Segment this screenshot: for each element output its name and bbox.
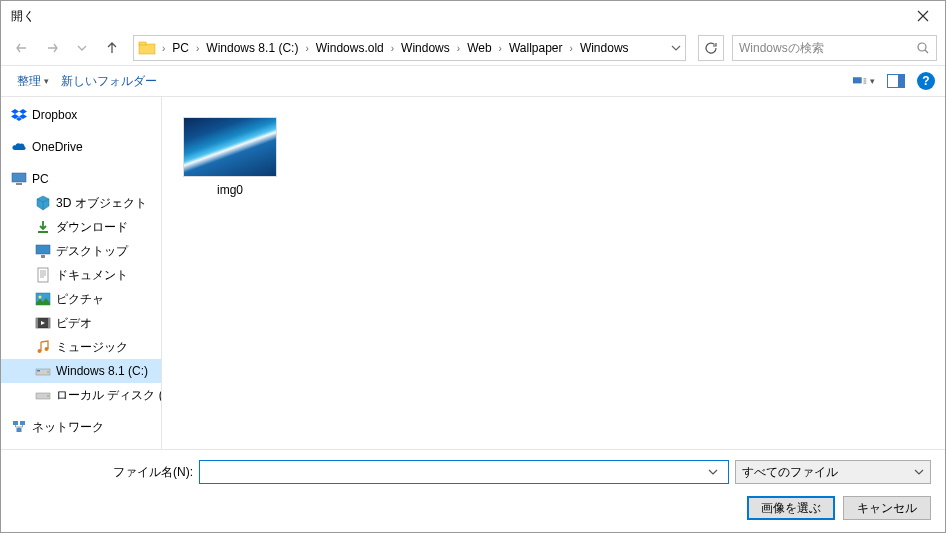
- window-title: 開く: [11, 8, 35, 25]
- sidebar-item-drive-c[interactable]: Windows 8.1 (C:): [1, 359, 161, 383]
- search-placeholder: Windowsの検索: [739, 40, 824, 57]
- sidebar-item-dropbox[interactable]: Dropbox: [1, 103, 161, 127]
- organize-button[interactable]: 整理 ▾: [11, 69, 55, 94]
- svg-rect-7: [16, 183, 22, 185]
- sidebar-item-label: ネットワーク: [32, 419, 104, 436]
- view-button[interactable]: ▾: [853, 70, 875, 92]
- file-item[interactable]: img0: [178, 113, 282, 201]
- help-icon: ?: [922, 74, 929, 88]
- sidebar-item-desktop[interactable]: デスクトップ: [1, 239, 161, 263]
- svg-rect-1: [139, 42, 146, 45]
- file-pane[interactable]: img0: [162, 97, 945, 449]
- svg-point-13: [39, 296, 42, 299]
- refresh-icon: [704, 41, 718, 55]
- filter-label: すべてのファイル: [742, 464, 838, 481]
- svg-rect-26: [17, 428, 22, 432]
- svg-rect-9: [36, 245, 50, 254]
- sidebar-item-network[interactable]: ネットワーク: [1, 415, 161, 439]
- sidebar[interactable]: Dropbox OneDrive PC 3D オブジェクト ダウンロード: [1, 97, 162, 449]
- breadcrumb-item[interactable]: Web: [462, 39, 496, 57]
- svg-point-2: [918, 43, 926, 51]
- sidebar-item-downloads[interactable]: ダウンロード: [1, 215, 161, 239]
- sidebar-item-label: OneDrive: [32, 140, 83, 154]
- breadcrumb[interactable]: › PC › Windows 8.1 (C:) › Windows.old › …: [133, 35, 686, 61]
- music-icon: [35, 339, 51, 355]
- svg-rect-15: [36, 318, 38, 328]
- open-file-dialog: 開く › PC › Windows 8.1 (C:) › Windows.old…: [0, 0, 946, 533]
- desktop-icon: [35, 243, 51, 259]
- breadcrumb-item[interactable]: PC: [167, 39, 194, 57]
- svg-rect-10: [41, 255, 45, 258]
- breadcrumb-sep[interactable]: ›: [194, 43, 201, 54]
- picture-icon: [35, 291, 51, 307]
- filter-dropdown[interactable]: すべてのファイル: [735, 460, 931, 484]
- search-input[interactable]: Windowsの検索: [732, 35, 937, 61]
- sidebar-item-label: PC: [32, 172, 49, 186]
- sidebar-item-3d[interactable]: 3D オブジェクト: [1, 191, 161, 215]
- filename-input[interactable]: [199, 460, 729, 484]
- sidebar-item-label: デスクトップ: [56, 243, 128, 260]
- chevron-down-icon: ▾: [44, 76, 49, 86]
- sidebar-item-label: ドキュメント: [56, 267, 128, 284]
- footer: ファイル名(N): すべてのファイル 画像を選ぶ キャンセル: [1, 449, 945, 532]
- breadcrumb-item[interactable]: Windows.old: [311, 39, 389, 57]
- arrow-up-icon: [104, 40, 120, 56]
- sidebar-item-drive-d[interactable]: ローカル ディスク (D:): [1, 383, 161, 407]
- new-folder-button[interactable]: 新しいフォルダー: [55, 69, 163, 94]
- svg-rect-16: [48, 318, 50, 328]
- breadcrumb-sep[interactable]: ›: [389, 43, 396, 54]
- breadcrumb-sep[interactable]: ›: [497, 43, 504, 54]
- sidebar-item-pc[interactable]: PC: [1, 167, 161, 191]
- forward-button[interactable]: [39, 35, 65, 61]
- preview-pane-button[interactable]: [885, 70, 907, 92]
- sidebar-item-documents[interactable]: ドキュメント: [1, 263, 161, 287]
- cancel-button[interactable]: キャンセル: [843, 496, 931, 520]
- breadcrumb-sep[interactable]: ›: [160, 43, 167, 54]
- svg-rect-0: [139, 44, 155, 54]
- refresh-button[interactable]: [698, 35, 724, 61]
- up-button[interactable]: [99, 35, 125, 61]
- chevron-down-icon: [77, 43, 87, 53]
- view-icon: [853, 74, 867, 88]
- sidebar-item-label: ローカル ディスク (D:): [56, 387, 161, 404]
- breadcrumb-item[interactable]: Windows 8.1 (C:): [201, 39, 303, 57]
- breadcrumb-item[interactable]: Windows: [575, 39, 634, 57]
- svg-rect-5: [898, 75, 904, 87]
- help-button[interactable]: ?: [917, 72, 935, 90]
- arrow-right-icon: [44, 40, 60, 56]
- sidebar-item-onedrive[interactable]: OneDrive: [1, 135, 161, 159]
- 3d-icon: [35, 195, 51, 211]
- drive-icon: [35, 387, 51, 403]
- back-button[interactable]: [9, 35, 35, 61]
- svg-point-21: [47, 371, 49, 373]
- sidebar-item-label: ダウンロード: [56, 219, 128, 236]
- pc-icon: [11, 171, 27, 187]
- sidebar-item-label: ミュージック: [56, 339, 128, 356]
- filename-field[interactable]: [202, 462, 708, 482]
- svg-point-18: [45, 347, 49, 351]
- filename-dropdown[interactable]: [708, 467, 726, 477]
- navigation-row: › PC › Windows 8.1 (C:) › Windows.old › …: [1, 31, 945, 65]
- document-icon: [35, 267, 51, 283]
- sidebar-item-music[interactable]: ミュージック: [1, 335, 161, 359]
- sidebar-item-label: ピクチャ: [56, 291, 104, 308]
- breadcrumb-item[interactable]: Windows: [396, 39, 455, 57]
- sidebar-item-pictures[interactable]: ピクチャ: [1, 287, 161, 311]
- svg-point-17: [38, 349, 42, 353]
- arrow-left-icon: [14, 40, 30, 56]
- filename-label: ファイル名(N):: [15, 464, 193, 481]
- network-icon: [11, 419, 27, 435]
- breadcrumb-sep[interactable]: ›: [455, 43, 462, 54]
- drive-icon: [35, 363, 51, 379]
- download-icon: [35, 219, 51, 235]
- breadcrumb-dropdown[interactable]: [671, 43, 681, 53]
- breadcrumb-item[interactable]: Wallpaper: [504, 39, 568, 57]
- recent-button[interactable]: [69, 35, 95, 61]
- breadcrumb-sep[interactable]: ›: [568, 43, 575, 54]
- breadcrumb-sep[interactable]: ›: [303, 43, 310, 54]
- folder-icon: [138, 39, 156, 57]
- open-button[interactable]: 画像を選ぶ: [747, 496, 835, 520]
- sidebar-item-videos[interactable]: ビデオ: [1, 311, 161, 335]
- svg-rect-24: [13, 421, 18, 425]
- close-button[interactable]: [900, 2, 945, 30]
